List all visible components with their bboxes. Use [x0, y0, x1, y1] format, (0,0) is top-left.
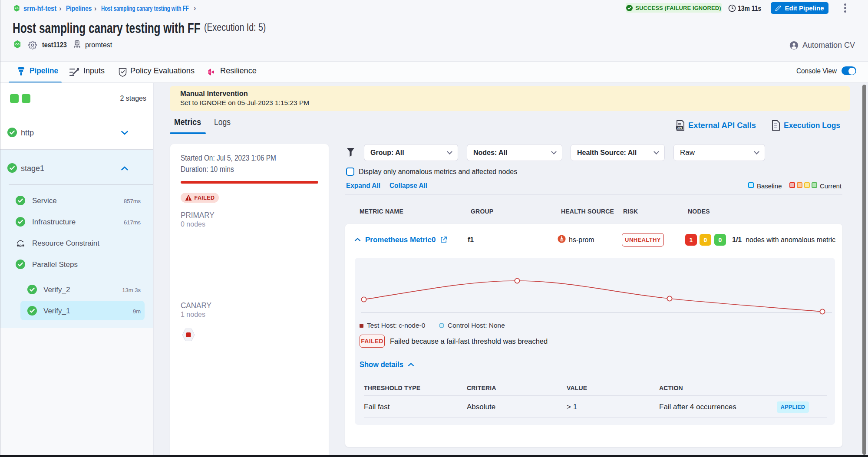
- svg-text:API: API: [677, 126, 682, 129]
